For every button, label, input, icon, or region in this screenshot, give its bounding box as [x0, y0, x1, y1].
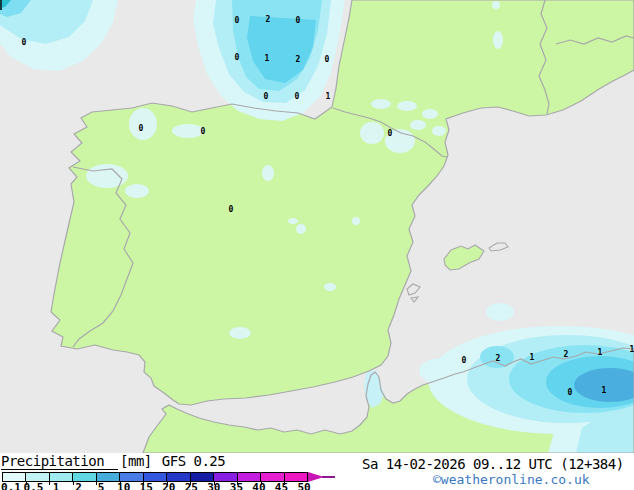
station-value: 2 [496, 355, 501, 363]
scale-segment [144, 473, 167, 481]
scale-segment [97, 473, 120, 481]
station-value: 0 [264, 93, 269, 101]
station-value: 0 [295, 93, 300, 101]
scale-segment [261, 473, 284, 481]
station-value: 0 [22, 39, 27, 47]
scale-tick [190, 482, 191, 485]
unit-label: [mm] [120, 453, 152, 469]
scale-tick [26, 482, 27, 485]
station-value: 1 [602, 387, 607, 395]
scale-tick [49, 482, 50, 485]
scale-segment [238, 473, 261, 481]
scale-segment [191, 473, 214, 481]
station-value: 0 [388, 130, 393, 138]
legend-footer: Precipitation[mm]GFS 0.25 Sa 14-02-2026 … [0, 453, 634, 490]
scale-tick [73, 482, 74, 485]
forecast-datetime: Sa 14-02-2026 09..12 UTC (12+384) [362, 456, 624, 472]
station-value: 2 [296, 56, 301, 64]
scale-tick [96, 482, 97, 485]
map-svg [0, 0, 634, 453]
precipitation-map: 02001200010000002121101 [0, 0, 634, 453]
scale-segment [50, 473, 73, 481]
station-value: 1 [530, 354, 535, 362]
scale-tick [143, 482, 144, 485]
scale-segment [26, 473, 49, 481]
weather-map-screenshot: 02001200010000002121101 Precipitation[mm… [0, 0, 634, 490]
legend-title: Precipitation[mm]GFS 0.25 [1, 453, 225, 470]
station-value: 2 [266, 16, 271, 24]
station-value: 0 [235, 54, 240, 62]
station-value: 0 [462, 357, 467, 365]
scale-tick [284, 482, 285, 485]
station-value: 1 [598, 349, 603, 357]
scale-tick [167, 482, 168, 485]
station-value: 0 [229, 206, 234, 214]
station-value: 1 [265, 55, 270, 63]
scale-segment [285, 473, 307, 481]
station-value: 1 [630, 346, 634, 354]
scale-overflow-arrow-icon [308, 472, 336, 482]
scale-tick [237, 482, 238, 485]
scale-tick [120, 482, 121, 485]
station-value: 0 [139, 125, 144, 133]
station-value: 0 [568, 389, 573, 397]
scale-tick [261, 482, 262, 485]
station-value: 0 [235, 17, 240, 25]
scale-segment [3, 473, 26, 481]
station-value: 0 [296, 17, 301, 25]
scale-segment [120, 473, 143, 481]
copyright-text: ©weatheronline.co.uk [433, 472, 590, 487]
scale-label: 50 [291, 483, 317, 490]
station-value: 2 [564, 351, 569, 359]
scale-segment [214, 473, 237, 481]
scale-segment [73, 473, 96, 481]
station-value: 1 [326, 93, 331, 101]
station-value: 0 [201, 128, 206, 136]
scale-tick [214, 482, 215, 485]
model-label: GFS 0.25 [162, 453, 225, 469]
station-value: 0 [325, 56, 330, 64]
scale-segment [167, 473, 190, 481]
parameter-label: Precipitation [1, 453, 118, 470]
